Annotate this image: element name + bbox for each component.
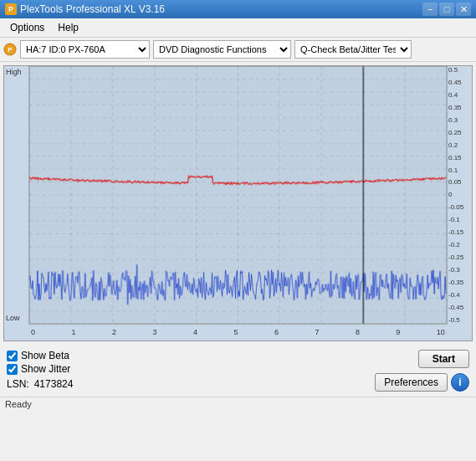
right-controls: Start Preferences i <box>375 350 469 392</box>
menu-bar: Options Help <box>0 18 476 38</box>
show-beta-label[interactable]: Show Beta <box>21 350 69 361</box>
drive-select[interactable]: HA:7 ID:0 PX-760A <box>20 40 150 59</box>
title-buttons[interactable]: − □ ✕ <box>422 3 471 16</box>
start-button[interactable]: Start <box>418 350 469 368</box>
info-button[interactable]: i <box>451 373 469 392</box>
show-jitter-checkbox[interactable] <box>7 364 18 375</box>
pref-row: Preferences i <box>375 373 469 392</box>
test-select[interactable]: Q-Check Beta/Jitter Test <box>294 40 412 59</box>
app-icon: P <box>5 3 17 15</box>
lsn-area: LSN: 4173824 <box>7 378 73 390</box>
menu-options[interactable]: Options <box>3 20 51 35</box>
show-beta-row: Show Beta <box>7 350 73 361</box>
preferences-button[interactable]: Preferences <box>375 373 448 392</box>
close-button[interactable]: ✕ <box>456 3 471 16</box>
menu-help[interactable]: Help <box>51 20 85 35</box>
bottom-panel: Show Beta Show Jitter LSN: 4173824 Start… <box>0 345 476 397</box>
maximize-button[interactable]: □ <box>439 3 454 16</box>
chart-canvas <box>4 66 472 341</box>
lsn-label: LSN: <box>7 378 29 390</box>
svg-text:P: P <box>8 46 13 54</box>
show-beta-checkbox[interactable] <box>7 351 18 361</box>
window-title: PlexTools Professional XL V3.16 <box>20 3 165 15</box>
show-jitter-label[interactable]: Show Jitter <box>21 363 70 375</box>
status-bar: Ready <box>0 397 476 411</box>
checkboxes: Show Beta Show Jitter <box>7 350 73 375</box>
toolbar: P HA:7 ID:0 PX-760A DVD Diagnostic Funct… <box>0 38 476 62</box>
chart-area: High Low 0.50.450.40.350.30.250.20.150.1… <box>3 65 473 341</box>
title-bar[interactable]: P PlexTools Professional XL V3.16 − □ ✕ <box>0 0 476 18</box>
drive-icon: P <box>3 43 17 56</box>
status-text: Ready <box>5 399 32 409</box>
show-jitter-row: Show Jitter <box>7 363 73 375</box>
function-select[interactable]: DVD Diagnostic Functions <box>153 40 291 59</box>
minimize-button[interactable]: − <box>422 3 438 16</box>
title-left: P PlexTools Professional XL V3.16 <box>5 3 165 15</box>
lsn-value: 4173824 <box>34 378 74 390</box>
